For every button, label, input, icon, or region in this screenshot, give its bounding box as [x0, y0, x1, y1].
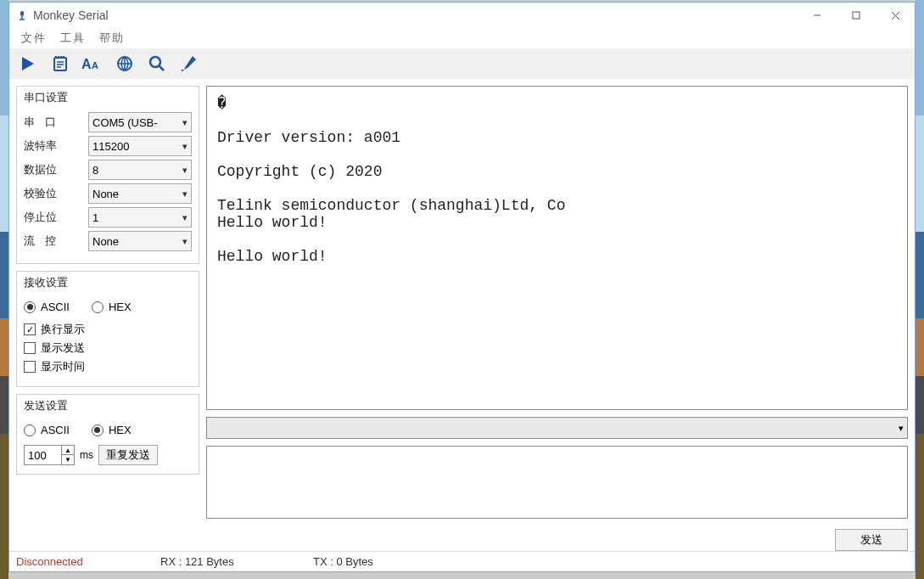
- right-column: � Driver version: a001 Copyright (c) 202…: [206, 86, 908, 519]
- left-column: 串口设置 串 口 COM5 (USB- 波特率 115200 数据位 8 校验位…: [16, 86, 199, 519]
- notepad-icon[interactable]: [47, 50, 74, 77]
- titlebar-title: Monkey Serial: [33, 8, 109, 22]
- parity-select[interactable]: None: [88, 183, 192, 204]
- body-area: 串口设置 串 口 COM5 (USB- 波特率 115200 数据位 8 校验位…: [9, 79, 915, 526]
- interval-spinner[interactable]: ▲▼: [61, 446, 74, 464]
- port-settings-title: 串口设置: [24, 90, 192, 105]
- flow-label: 流 控: [24, 233, 85, 249]
- menu-file[interactable]: 文件: [14, 29, 53, 48]
- send-button[interactable]: 发送: [835, 529, 908, 551]
- status-rx: RX : 121 Bytes: [160, 555, 313, 568]
- send-ascii-radio[interactable]: ASCII: [24, 424, 70, 436]
- show-time-checkbox[interactable]: 显示时间: [24, 359, 192, 374]
- recv-settings-group: 接收设置 ASCII HEX 换行显示 显示发送 显示时间: [16, 271, 199, 387]
- terminal-output[interactable]: � Driver version: a001 Copyright (c) 202…: [206, 86, 908, 410]
- desktop-background-left: [0, 0, 8, 579]
- close-button[interactable]: [876, 3, 915, 28]
- svg-point-6: [150, 57, 160, 67]
- status-tx: TX : 0 Bytes: [313, 555, 466, 568]
- svg-text:A: A: [92, 60, 98, 70]
- window-controls: [798, 3, 915, 28]
- baud-select[interactable]: 115200: [88, 136, 192, 156]
- globe-icon[interactable]: [111, 50, 138, 77]
- desktop-background-right: [916, 0, 924, 579]
- statusbar: Disconnected RX : 121 Bytes TX : 0 Bytes: [9, 551, 915, 571]
- port-settings-group: 串口设置 串 口 COM5 (USB- 波特率 115200 数据位 8 校验位…: [16, 86, 199, 264]
- send-settings-title: 发送设置: [24, 398, 192, 413]
- flow-select[interactable]: None: [88, 231, 192, 251]
- search-icon[interactable]: [143, 50, 171, 77]
- bottom-send-row: 发送: [9, 526, 915, 551]
- maximize-button[interactable]: [837, 3, 876, 28]
- app-window: Monkey Serial 文件 工具 帮助 AA: [8, 2, 916, 572]
- data-label: 数据位: [24, 162, 85, 177]
- wrap-checkbox[interactable]: 换行显示: [24, 322, 192, 337]
- titlebar: Monkey Serial: [9, 3, 915, 28]
- interval-unit: ms: [80, 449, 93, 461]
- send-input[interactable]: [206, 446, 908, 519]
- status-connection: Disconnected: [16, 555, 160, 568]
- parity-label: 校验位: [24, 186, 85, 201]
- send-settings-group: 发送设置 ASCII HEX 100 ▲▼ ms 重复发送: [16, 394, 199, 475]
- menubar: 文件 工具 帮助: [9, 28, 915, 48]
- repeat-send-button[interactable]: 重复发送: [98, 445, 158, 465]
- recv-settings-title: 接收设置: [24, 275, 192, 290]
- history-combobox[interactable]: [206, 417, 908, 439]
- font-icon[interactable]: AA: [79, 50, 106, 77]
- stop-select[interactable]: 1: [88, 207, 192, 228]
- interval-input[interactable]: 100 ▲▼: [24, 445, 75, 465]
- port-label: 串 口: [24, 115, 85, 130]
- baud-label: 波特率: [24, 138, 85, 154]
- data-select[interactable]: 8: [88, 160, 192, 180]
- app-icon: [16, 9, 28, 21]
- play-icon[interactable]: [14, 50, 42, 77]
- menu-help[interactable]: 帮助: [92, 29, 132, 48]
- minimize-button[interactable]: [798, 3, 837, 28]
- send-hex-radio[interactable]: HEX: [92, 424, 132, 436]
- recv-ascii-radio[interactable]: ASCII: [24, 301, 70, 313]
- svg-rect-0: [20, 11, 24, 16]
- brush-icon[interactable]: [176, 50, 203, 77]
- stop-label: 停止位: [24, 210, 85, 225]
- menu-tools[interactable]: 工具: [53, 29, 92, 48]
- recv-hex-radio[interactable]: HEX: [92, 301, 132, 313]
- svg-text:A: A: [81, 57, 92, 71]
- toolbar: AA: [9, 48, 915, 79]
- show-send-checkbox[interactable]: 显示发送: [24, 340, 192, 356]
- svg-rect-1: [853, 12, 860, 19]
- port-select[interactable]: COM5 (USB-: [88, 112, 192, 132]
